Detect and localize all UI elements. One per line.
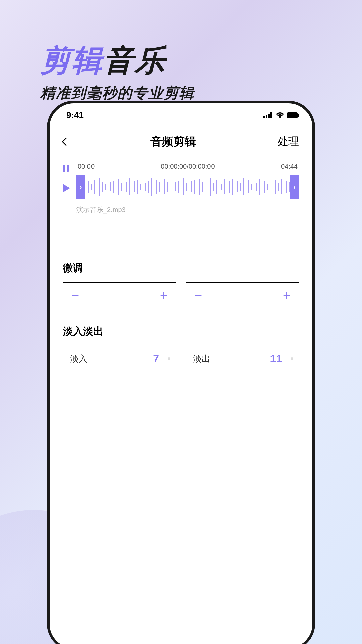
start-time: 00:00	[78, 163, 95, 170]
finetune-section: 微调 − + − +	[50, 261, 312, 308]
trim-handle-left[interactable]: ›	[76, 175, 85, 199]
playhead-time: 00:00:00/00:00:00	[161, 163, 215, 170]
headline-dark: 音乐	[103, 44, 166, 77]
status-bar: 9:41	[50, 103, 312, 124]
nav-bar: 音频剪辑 处理	[50, 124, 312, 156]
svg-rect-5	[298, 114, 299, 117]
page-title: 音频剪辑	[150, 134, 196, 149]
more-icon	[291, 357, 293, 360]
svg-rect-1	[266, 115, 267, 118]
fade-out-control[interactable]: 淡出 11	[186, 346, 299, 371]
headline-subtitle: 精准到毫秒的专业剪辑	[40, 83, 194, 103]
phone-frame: 9:41 音频剪辑 处理 00:00 00:00:00/00:00:00 04:…	[47, 101, 315, 644]
audio-filename: 演示音乐_2.mp3	[76, 205, 299, 214]
waveform-selector[interactable]: › ‹	[76, 175, 299, 199]
svg-rect-2	[268, 114, 270, 118]
back-button[interactable]	[63, 139, 69, 145]
svg-rect-0	[263, 116, 265, 118]
svg-rect-3	[270, 112, 272, 118]
fade-in-label: 淡入	[70, 353, 87, 365]
trim-handle-right[interactable]: ‹	[290, 175, 299, 199]
signal-icon	[263, 112, 273, 118]
wifi-icon	[276, 112, 284, 118]
fade-section: 淡入淡出 淡入 7 淡出 11	[50, 325, 312, 371]
minus-button[interactable]: −	[71, 288, 79, 302]
fade-out-value: 11	[270, 353, 282, 365]
play-button[interactable]	[63, 184, 70, 192]
promo-headline: 剪辑音乐 精准到毫秒的专业剪辑	[40, 40, 194, 103]
more-icon	[168, 357, 170, 360]
minus-button[interactable]: −	[194, 288, 202, 302]
end-time: 04:44	[281, 163, 298, 170]
fade-out-label: 淡出	[193, 353, 210, 365]
fade-in-value: 7	[153, 353, 159, 365]
time-labels: 00:00 00:00:00/00:00:00 04:44	[76, 163, 299, 170]
finetune-title: 微调	[63, 261, 299, 275]
chevron-left-icon	[62, 137, 70, 146]
finetune-left-stepper: − +	[63, 282, 176, 308]
headline-accent: 剪辑	[40, 44, 103, 77]
plus-button[interactable]: +	[160, 288, 168, 302]
pause-button[interactable]	[63, 165, 70, 172]
status-time: 9:41	[66, 110, 84, 120]
pause-icon	[63, 165, 65, 172]
audio-player: 00:00 00:00:00/00:00:00 04:44 › ‹ 演示音乐_2…	[50, 156, 312, 214]
finetune-right-stepper: − +	[186, 282, 299, 308]
battery-icon	[287, 112, 299, 118]
waveform-track[interactable]	[85, 175, 290, 199]
process-button[interactable]: 处理	[278, 134, 299, 149]
svg-rect-4	[287, 112, 298, 118]
fade-in-control[interactable]: 淡入 7	[63, 346, 176, 371]
fade-title: 淡入淡出	[63, 325, 299, 338]
plus-button[interactable]: +	[283, 288, 291, 302]
